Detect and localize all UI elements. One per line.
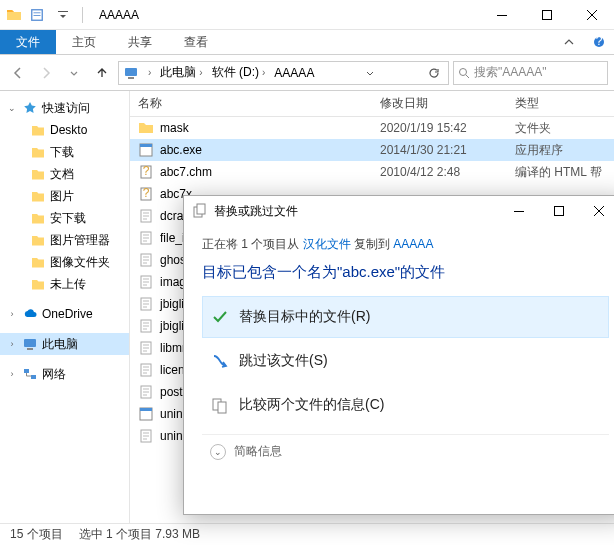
dialog-title: 替换或跳过文件 xyxy=(214,203,499,220)
back-button[interactable] xyxy=(6,61,30,85)
folder-icon xyxy=(30,166,46,182)
search-icon xyxy=(458,67,470,79)
status-bar: 15 个项目 选中 1 个项目 7.93 MB xyxy=(0,523,614,545)
svg-rect-11 xyxy=(24,339,36,347)
option-replace[interactable]: 替换目标中的文件(R) xyxy=(202,296,609,338)
file-icon xyxy=(138,208,154,224)
column-type[interactable]: 类型 xyxy=(515,95,614,112)
tab-home[interactable]: 主页 xyxy=(56,30,112,54)
forward-button[interactable] xyxy=(34,61,58,85)
expand-icon[interactable]: › xyxy=(6,369,18,379)
file-row[interactable]: abc.exe2014/1/30 21:21应用程序 xyxy=(130,139,614,161)
search-placeholder: 搜索"AAAAA" xyxy=(474,64,547,81)
close-button[interactable] xyxy=(569,0,614,30)
search-input[interactable]: 搜索"AAAAA" xyxy=(453,61,608,85)
refresh-button[interactable] xyxy=(424,67,444,79)
svg-text:?: ? xyxy=(143,186,150,200)
title-bar: AAAAA xyxy=(0,0,614,30)
sidebar-item[interactable]: Deskto xyxy=(0,119,129,141)
tab-view[interactable]: 查看 xyxy=(168,30,224,54)
dialog-maximize-button[interactable] xyxy=(539,196,579,226)
separator xyxy=(82,7,83,23)
crumb-chevron[interactable]: › xyxy=(143,67,156,78)
svg-rect-16 xyxy=(140,144,152,147)
expand-icon[interactable]: › xyxy=(6,339,18,349)
breadcrumb-item[interactable]: 此电脑› xyxy=(158,64,207,81)
tree-onedrive[interactable]: › OneDrive xyxy=(0,303,129,325)
column-name[interactable]: 名称 xyxy=(130,95,380,112)
option-compare[interactable]: 比较两个文件的信息(C) xyxy=(202,384,609,426)
file-icon xyxy=(138,296,154,312)
tree-network[interactable]: › 网络 xyxy=(0,363,129,385)
network-icon xyxy=(22,366,38,382)
file-icon xyxy=(138,362,154,378)
dialog-close-button[interactable] xyxy=(579,196,614,226)
svg-rect-4 xyxy=(497,15,507,16)
up-button[interactable] xyxy=(90,61,114,85)
dest-link[interactable]: AAAAA xyxy=(393,237,433,251)
maximize-button[interactable] xyxy=(524,0,569,30)
item-count: 15 个项目 xyxy=(10,526,63,543)
recent-dropdown-icon[interactable] xyxy=(62,61,86,85)
breadcrumb-item[interactable]: AAAAA xyxy=(272,66,316,80)
svg-rect-38 xyxy=(218,402,226,413)
copy-icon xyxy=(192,203,208,219)
svg-rect-35 xyxy=(514,211,524,212)
tree-quick-access[interactable]: ⌄ 快速访问 xyxy=(0,97,129,119)
qat-properties-icon[interactable] xyxy=(26,4,48,26)
sidebar-item[interactable]: 图像文件夹 xyxy=(0,251,129,273)
selection-info: 选中 1 个项目 7.93 MB xyxy=(79,526,200,543)
file-icon xyxy=(138,120,154,136)
svg-rect-14 xyxy=(31,375,36,379)
sidebar-item[interactable]: 安下载 xyxy=(0,207,129,229)
star-icon xyxy=(22,100,38,116)
ribbon-tabs: 文件 主页 共享 查看 ? xyxy=(0,30,614,55)
tab-share[interactable]: 共享 xyxy=(112,30,168,54)
dialog-info: 正在将 1 个项目从 汉化文件 复制到 AAAAA xyxy=(202,236,609,253)
pc-icon xyxy=(22,336,38,352)
chevron-down-icon: ⌄ xyxy=(210,444,226,460)
file-icon xyxy=(138,428,154,444)
help-button[interactable]: ? xyxy=(584,30,614,54)
tab-file[interactable]: 文件 xyxy=(0,30,56,54)
address-bar[interactable]: › 此电脑› 软件 (D:)› AAAAA xyxy=(118,61,449,85)
sidebar-item[interactable]: 未上传 xyxy=(0,273,129,295)
sidebar-item[interactable]: 文档 xyxy=(0,163,129,185)
address-dropdown-icon[interactable] xyxy=(361,68,379,78)
svg-rect-36 xyxy=(555,207,564,216)
file-icon xyxy=(138,252,154,268)
file-row[interactable]: mask2020/1/19 15:42文件夹 xyxy=(130,117,614,139)
more-details[interactable]: ⌄ 简略信息 xyxy=(202,434,609,460)
folder-icon xyxy=(6,7,22,23)
svg-rect-1 xyxy=(34,12,41,13)
svg-point-10 xyxy=(460,68,467,75)
tree-this-pc[interactable]: › 此电脑 xyxy=(0,333,129,355)
svg-rect-13 xyxy=(24,369,29,373)
replace-dialog: 替换或跳过文件 正在将 1 个项目从 汉化文件 复制到 AAAAA 目标已包含一… xyxy=(183,195,614,515)
column-date[interactable]: 修改日期 xyxy=(380,95,515,112)
sidebar-item[interactable]: 图片管理器 xyxy=(0,229,129,251)
file-icon: ? xyxy=(138,164,154,180)
check-icon xyxy=(211,308,229,326)
option-skip[interactable]: 跳过该文件(S) xyxy=(202,340,609,382)
folder-icon xyxy=(30,276,46,292)
ribbon-expand-icon[interactable] xyxy=(554,30,584,54)
file-icon: ? xyxy=(138,186,154,202)
collapse-icon[interactable]: ⌄ xyxy=(6,103,18,113)
folder-icon xyxy=(30,254,46,270)
dialog-minimize-button[interactable] xyxy=(499,196,539,226)
minimize-button[interactable] xyxy=(479,0,524,30)
window-title: AAAAA xyxy=(93,8,479,22)
sidebar-item[interactable]: 图片 xyxy=(0,185,129,207)
file-icon xyxy=(138,274,154,290)
expand-icon[interactable]: › xyxy=(6,309,18,319)
file-row[interactable]: ?abc7.chm2010/4/12 2:48编译的 HTML 帮 xyxy=(130,161,614,183)
dialog-titlebar: 替换或跳过文件 xyxy=(184,196,614,226)
cloud-icon xyxy=(22,306,38,322)
breadcrumb-item[interactable]: 软件 (D:)› xyxy=(210,64,271,81)
navigation-pane: ⌄ 快速访问 Deskto下载文档图片安下载图片管理器图像文件夹未上传 › On… xyxy=(0,91,130,523)
sidebar-item[interactable]: 下载 xyxy=(0,141,129,163)
qat-dropdown-icon[interactable] xyxy=(52,4,74,26)
svg-rect-9 xyxy=(128,77,134,79)
source-link[interactable]: 汉化文件 xyxy=(303,237,351,251)
